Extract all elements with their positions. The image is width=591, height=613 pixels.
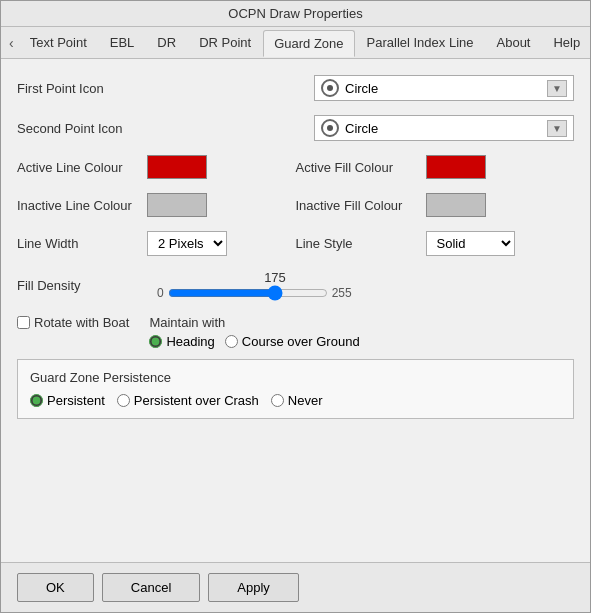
tab-guard-zone[interactable]: Guard Zone xyxy=(263,30,354,57)
heading-radio[interactable] xyxy=(149,335,162,348)
active-fill-colour-swatch[interactable] xyxy=(426,155,486,179)
fill-density-value: 175 xyxy=(165,270,385,285)
cog-radio[interactable] xyxy=(225,335,238,348)
first-point-icon-value: Circle xyxy=(345,81,543,96)
line-style-col: Line Style Solid Dash Dot Dash-Dot xyxy=(296,231,575,256)
maintain-with-label: Maintain with xyxy=(149,315,359,330)
cog-label: Course over Ground xyxy=(242,334,360,349)
never-option: Never xyxy=(271,393,323,408)
tab-ebl[interactable]: EBL xyxy=(99,29,146,56)
never-radio[interactable] xyxy=(271,394,284,407)
persistent-crash-label: Persistent over Crash xyxy=(134,393,259,408)
inactive-fill-label: Inactive Fill Colour xyxy=(296,198,426,213)
cog-option: Course over Ground xyxy=(225,334,360,349)
persistent-label: Persistent xyxy=(47,393,105,408)
fill-density-max: 255 xyxy=(332,286,352,300)
line-width-select[interactable]: 1 Pixel 2 Pixels 3 Pixels 4 Pixels 5 Pix… xyxy=(147,231,227,256)
second-point-icon-dropdown[interactable]: Circle ▼ xyxy=(314,115,574,141)
persistence-title: Guard Zone Persistence xyxy=(30,370,561,385)
rotate-maintain-row: Rotate with Boat Maintain with Heading C… xyxy=(17,315,574,349)
rotate-with-boat-label: Rotate with Boat xyxy=(34,315,129,330)
line-style-label: Line Style xyxy=(296,236,426,251)
window-title: OCPN Draw Properties xyxy=(228,6,362,21)
line-width-label: Line Width xyxy=(17,236,147,251)
persistence-section: Guard Zone Persistence Persistent Persis… xyxy=(17,359,574,419)
apply-button[interactable]: Apply xyxy=(208,573,299,602)
tab-scroll-left[interactable]: ‹ xyxy=(5,33,18,53)
heading-option: Heading xyxy=(149,334,214,349)
cancel-button[interactable]: Cancel xyxy=(102,573,200,602)
footer: OK Cancel Apply xyxy=(1,562,590,612)
fill-density-container: 175 0 255 xyxy=(157,270,385,301)
first-point-icon-row: First Point Icon Circle ▼ xyxy=(17,75,574,101)
persistence-options: Persistent Persistent over Crash Never xyxy=(30,393,561,408)
tab-dr-point[interactable]: DR Point xyxy=(188,29,262,56)
tab-about[interactable]: About xyxy=(486,29,542,56)
persistent-crash-option: Persistent over Crash xyxy=(117,393,259,408)
active-fill-label: Active Fill Colour xyxy=(296,160,426,175)
first-point-icon-indicator xyxy=(321,79,339,97)
maintain-with-section: Maintain with Heading Course over Ground xyxy=(149,315,359,349)
active-line-label: Active Line Colour xyxy=(17,160,147,175)
tab-dr[interactable]: DR xyxy=(146,29,187,56)
persistent-option: Persistent xyxy=(30,393,105,408)
active-line-col: Active Line Colour xyxy=(17,155,296,179)
ok-button[interactable]: OK xyxy=(17,573,94,602)
content-area: First Point Icon Circle ▼ Second Point I… xyxy=(1,59,590,562)
maintain-with-options: Heading Course over Ground xyxy=(149,334,359,349)
first-point-icon-label: First Point Icon xyxy=(17,81,157,96)
tab-help[interactable]: Help xyxy=(542,29,591,56)
tab-text-point[interactable]: Text Point xyxy=(19,29,98,56)
fill-density-label: Fill Density xyxy=(17,278,157,293)
tab-bar: ‹ Text Point EBL DR DR Point Guard Zone … xyxy=(1,27,590,59)
second-point-icon-arrow[interactable]: ▼ xyxy=(547,120,567,137)
inactive-fill-col: Inactive Fill Colour xyxy=(296,193,575,217)
tab-parallel-index-line[interactable]: Parallel Index Line xyxy=(356,29,485,56)
second-point-icon-value: Circle xyxy=(345,121,543,136)
fill-density-min: 0 xyxy=(157,286,164,300)
main-window: OCPN Draw Properties ‹ Text Point EBL DR… xyxy=(0,0,591,613)
persistent-radio[interactable] xyxy=(30,394,43,407)
first-point-icon-dropdown[interactable]: Circle ▼ xyxy=(314,75,574,101)
second-point-icon-label: Second Point Icon xyxy=(17,121,157,136)
active-line-colour-swatch[interactable] xyxy=(147,155,207,179)
rotate-with-boat-group: Rotate with Boat xyxy=(17,315,129,330)
title-bar: OCPN Draw Properties xyxy=(1,1,590,27)
active-colours-row: Active Line Colour Active Fill Colour xyxy=(17,155,574,179)
fill-density-row: Fill Density 175 0 255 xyxy=(17,270,574,301)
first-point-icon-arrow[interactable]: ▼ xyxy=(547,80,567,97)
fill-density-slider[interactable] xyxy=(168,285,328,301)
second-point-icon-row: Second Point Icon Circle ▼ xyxy=(17,115,574,141)
inactive-fill-colour-swatch[interactable] xyxy=(426,193,486,217)
never-label: Never xyxy=(288,393,323,408)
inactive-line-col: Inactive Line Colour xyxy=(17,193,296,217)
inactive-line-label: Inactive Line Colour xyxy=(17,198,147,213)
inactive-line-colour-swatch[interactable] xyxy=(147,193,207,217)
heading-label: Heading xyxy=(166,334,214,349)
fill-density-track: 0 255 xyxy=(157,285,352,301)
active-fill-col: Active Fill Colour xyxy=(296,155,575,179)
rotate-with-boat-checkbox[interactable] xyxy=(17,316,30,329)
line-width-col: Line Width 1 Pixel 2 Pixels 3 Pixels 4 P… xyxy=(17,231,296,256)
line-style-select[interactable]: Solid Dash Dot Dash-Dot xyxy=(426,231,515,256)
line-width-style-row: Line Width 1 Pixel 2 Pixels 3 Pixels 4 P… xyxy=(17,231,574,256)
second-point-icon-indicator xyxy=(321,119,339,137)
inactive-colours-row: Inactive Line Colour Inactive Fill Colou… xyxy=(17,193,574,217)
persistent-crash-radio[interactable] xyxy=(117,394,130,407)
